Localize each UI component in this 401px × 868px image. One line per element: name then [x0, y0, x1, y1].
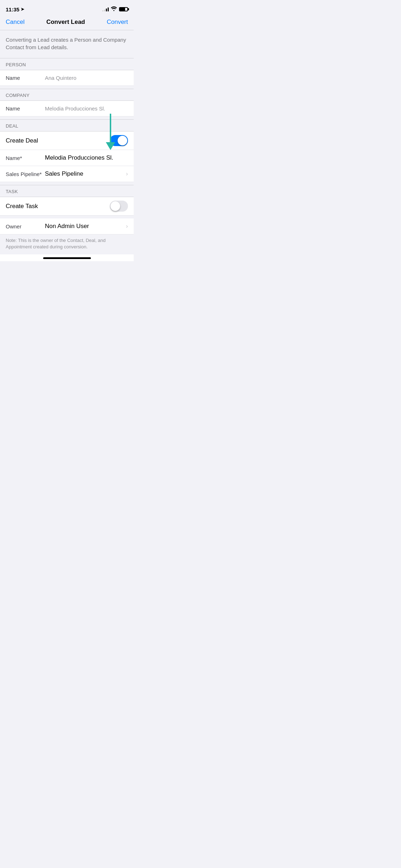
person-section-header: PERSON	[0, 58, 134, 70]
create-task-row[interactable]: Create Task	[0, 197, 134, 216]
note-text: Note: This is the owner of the Contact, …	[6, 237, 128, 250]
owner-label: Owner	[6, 223, 45, 229]
sales-pipeline-label: Sales Pipeline*	[6, 171, 45, 177]
create-task-toggle[interactable]	[110, 201, 128, 212]
task-section-header: TASK	[0, 185, 134, 197]
create-deal-row[interactable]: Create Deal	[0, 131, 134, 150]
deal-name-value: Melodia Producciones Sl.	[45, 154, 128, 161]
sales-pipeline-value: Sales Pipeline	[45, 170, 126, 177]
company-name-label: Name	[6, 105, 45, 112]
battery-icon	[119, 7, 128, 11]
owner-chevron-icon: ›	[126, 223, 128, 230]
owner-row[interactable]: Owner Non Admin User ›	[0, 218, 134, 234]
person-name-value: Ana Quintero	[45, 75, 128, 81]
home-indicator	[0, 254, 134, 261]
create-task-label: Create Task	[6, 203, 38, 210]
deal-name-label: Name*	[6, 155, 45, 161]
company-name-row[interactable]: Name Melodia Producciones Sl.	[0, 101, 134, 117]
sales-pipeline-chevron-icon: ›	[126, 170, 128, 177]
status-bar: 11:35 ➤	[0, 0, 134, 16]
status-right	[102, 6, 128, 12]
signal-icon	[102, 7, 109, 11]
location-icon: ➤	[21, 7, 24, 12]
company-section-header: COMPANY	[0, 89, 134, 101]
info-section: Converting a Lead creates a Person and C…	[0, 30, 134, 58]
svg-point-0	[113, 10, 114, 11]
create-deal-label: Create Deal	[6, 137, 38, 144]
info-text: Converting a Lead creates a Person and C…	[6, 36, 128, 51]
owner-value: Non Admin User	[45, 223, 126, 230]
wifi-icon	[111, 6, 117, 12]
status-time: 11:35 ➤	[6, 6, 24, 12]
sales-pipeline-row[interactable]: Sales Pipeline* Sales Pipeline ›	[0, 166, 134, 182]
person-name-label: Name	[6, 75, 45, 81]
person-name-row[interactable]: Name Ana Quintero	[0, 70, 134, 86]
deal-section-header: DEAL	[0, 119, 134, 131]
page-title: Convert Lead	[46, 19, 85, 26]
home-bar	[43, 257, 91, 259]
note-section: Note: This is the owner of the Contact, …	[0, 234, 134, 254]
create-deal-toggle[interactable]	[110, 135, 128, 146]
company-name-value: Melodia Producciones Sl.	[45, 105, 128, 112]
cancel-button[interactable]: Cancel	[6, 19, 25, 26]
deal-name-row[interactable]: Name* Melodia Producciones Sl.	[0, 150, 134, 166]
convert-button[interactable]: Convert	[107, 19, 128, 26]
nav-bar: Cancel Convert Lead Convert	[0, 16, 134, 30]
